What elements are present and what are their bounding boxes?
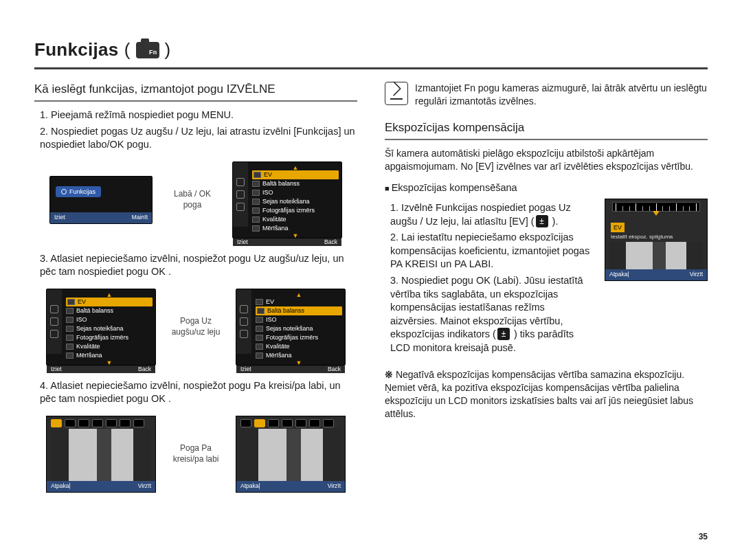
panel-bottom-bar: Iziet Mainīt [50, 212, 152, 223]
step-4: 4. Atlasiet nepieciešamo izvēlni, nospie… [40, 379, 357, 406]
figure-row-1: Funkcijas Iziet Mainīt Labā / OK poga ▲ … [34, 161, 357, 238]
ev-chip: EV [611, 223, 625, 232]
ev-step-3: 3. Nospiediet pogu OK (Labi). Jūsu iesta… [390, 274, 592, 355]
fig2-label: Poga Uz augšu/uz leju [168, 316, 223, 337]
panel-menu-1: ▲ EV Baltā balanss ISO Sejas noteikšana … [232, 161, 342, 238]
menu-item-ev: EV [252, 170, 339, 179]
iso-icon [252, 190, 260, 196]
wb-icon [65, 419, 76, 427]
left-column: Kā ieslēgt funkcijas, izmantojot pogu IZ… [34, 82, 357, 506]
menu-item-size: Fotogrāfijas izmērs [252, 206, 339, 215]
paren-close: ) [165, 38, 171, 62]
step-2: 2. Nospiediet pogas Uz augšu / Uz leju, … [40, 125, 357, 152]
bot-left: Iziet [54, 214, 65, 221]
ev-pointer-icon [653, 211, 660, 216]
ev-note: ※ Negatīvā ekspozīcijas kompensācijas vē… [385, 368, 708, 421]
title-rule [34, 67, 708, 69]
menu-item-meter: Mērīšana [252, 224, 339, 233]
ev-preview-panel: EV Iestatīt ekspoz. spilgtuma regulēšana… [605, 199, 708, 281]
wb-auto-icon [51, 419, 62, 427]
ev-step-2: 2. Lai iestatītu nepieciešamo ekspozīcij… [390, 231, 592, 271]
ev-scale [612, 202, 700, 212]
ev-step-1: 1. Izvēlnē Funkcijas nospiediet pogas Uz… [390, 201, 592, 228]
ev-icon [536, 215, 548, 227]
cat-icon [236, 190, 245, 199]
sample-image [51, 429, 151, 481]
cat-icon [236, 178, 245, 186]
cat-icon [236, 203, 245, 211]
panel-bottom-bar: Iziet Back [233, 238, 341, 246]
funkcijas-chip: Funkcijas [56, 186, 101, 197]
chip-label: Funkcijas [69, 188, 95, 196]
panel-side-icons [233, 162, 248, 227]
caret-up-icon: ▲ [252, 165, 339, 170]
left-heading: Kā ieslēgt funkcijas, izmantojot pogu IZ… [34, 82, 357, 102]
ev-icon [254, 172, 261, 178]
meter-icon [252, 225, 260, 232]
figure-row-3: Baltā balanss Regulēt krāsas atbilstoši … [34, 416, 357, 493]
reference-mark: ※ [385, 369, 396, 380]
panel-menu-2b: ▲ EV Baltā balanss ISO Sejas noteikšana … [236, 289, 346, 366]
sample-image [240, 429, 341, 481]
right-heading: Ekspozīcijas kompensācija [385, 120, 708, 140]
bot-right: Mainīt [132, 214, 148, 221]
face-icon [252, 199, 260, 205]
menu-item-iso: ISO [252, 188, 339, 197]
sub-heading: Ekspozīcijas kompensēšana [385, 181, 708, 195]
photo-panel-b: Dienasgaisma Izmantots fotografēšanai ār… [236, 416, 346, 493]
paren-open: ( [124, 38, 131, 62]
menu-item-face: Sejas noteikšana [252, 197, 339, 206]
right-column: Izmantojiet Fn pogu kameras aizmugurē, l… [385, 82, 708, 506]
quality-icon [252, 216, 260, 223]
camera-fn-icon [136, 42, 159, 58]
right-intro: Šī kamera automātiski pielāgo ekspozīcij… [385, 147, 708, 173]
info-text: Izmantojiet Fn pogu kameras aizmugurē, l… [415, 82, 708, 108]
ev-icon [497, 328, 510, 340]
wb-icon [252, 181, 260, 187]
menu-item-wb: Baltā balanss [252, 179, 339, 188]
wb-daylight-icon [254, 419, 265, 427]
caret-up-icon: ▲ [66, 292, 153, 298]
note-icon [385, 82, 408, 105]
step-1: 1. Pieejamā režīmā nospiediet pogu MENU. [40, 109, 357, 122]
panel-menu-2a: ▲ EV Baltā balanss ISO Sejas noteikšana … [46, 289, 156, 366]
page-number: 35 [699, 531, 708, 542]
photo-panel-a: Baltā balanss Regulēt krāsas atbilstoši … [46, 416, 156, 493]
fig3-label: Poga Pa kreisi/pa labi [168, 443, 223, 464]
info-callout: Izmantojiet Fn pogu kameras aizmugurē, l… [385, 82, 708, 108]
sample-image [609, 242, 703, 269]
step-3: 3. Atlasiet nepieciešamo izvēlni, nospie… [40, 252, 357, 279]
caret-down-icon: ▼ [252, 233, 339, 238]
fig1-label: Labā / OK poga [165, 189, 220, 210]
caret-down-icon: ▼ [66, 360, 153, 366]
camera-icon [61, 189, 67, 194]
menu-item-quality: Kvalitāte [252, 215, 339, 224]
figure-row-2: ▲ EV Baltā balanss ISO Sejas noteikšana … [34, 289, 357, 366]
size-icon [252, 208, 260, 214]
title-text: Funkcijas [34, 38, 119, 62]
page-title: Funkcijas ( ) [34, 38, 708, 62]
panel-funkcijas-tag: Funkcijas Iziet Mainīt [49, 176, 153, 224]
